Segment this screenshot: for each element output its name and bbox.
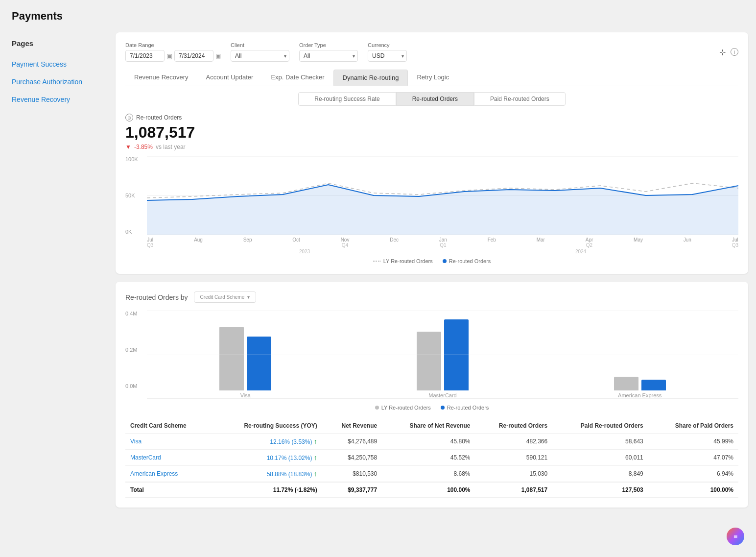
year-labels: 2023 2024 <box>147 249 738 254</box>
mastercard-rerouted: 590,121 <box>475 450 553 466</box>
chevron-down-icon: ▾ <box>247 294 250 300</box>
chart-svg-wrapper: JulQ3 Aug Sep Oct NovQ4 Dec JanQ1 Feb Ma… <box>147 156 738 254</box>
sidebar-item-payment-success[interactable]: Payment Success <box>0 55 108 73</box>
date-end-calendar-icon: ▣ <box>215 52 221 59</box>
line-chart-svg <box>147 156 738 235</box>
change-vs-text: vs last year <box>156 144 186 150</box>
tab-revenue-recovery[interactable]: Revenue Recovery <box>125 70 197 86</box>
client-label: Client <box>231 42 289 48</box>
year-2024: 2024 <box>575 249 586 254</box>
bar-legend-ly: LY Re-routed Orders <box>375 405 431 411</box>
mastercard-paid-rerouted: 60,011 <box>552 450 648 466</box>
date-start-input[interactable] <box>125 50 165 62</box>
amex-ly-bar <box>614 377 638 390</box>
bar-legend-ly-label: LY Re-routed Orders <box>381 405 431 411</box>
order-type-label: Order Type <box>299 42 358 48</box>
date-range-filter: Date Range ▣ ▣ <box>125 42 221 62</box>
mastercard-scheme: MasterCard <box>125 450 213 466</box>
legend-current: Re-routed Orders <box>443 258 491 264</box>
bar-legend-current-label: Re-routed Orders <box>447 405 489 411</box>
total-share-paid: 100.00% <box>648 482 738 498</box>
amex-share-net: 8.68% <box>382 466 475 483</box>
svg-marker-3 <box>147 185 738 235</box>
legend-ly: LY Re-routed Orders <box>373 258 433 264</box>
amex-bar-label: American Express <box>618 392 662 398</box>
bar-group-amex: American Express <box>541 312 738 398</box>
info-icon[interactable]: i <box>731 48 738 56</box>
x-axis-labels: JulQ3 Aug Sep Oct NovQ4 Dec JanQ1 Feb Ma… <box>147 237 738 248</box>
filter-icon[interactable]: ⊹ <box>719 48 726 57</box>
y-label-100k: 100K <box>125 156 147 162</box>
total-label: Total <box>125 482 213 498</box>
main-content: Date Range ▣ ▣ Client All <box>108 27 756 557</box>
bar-chart-header: Re-routed Orders by Credit Card Scheme ▾ <box>125 291 738 303</box>
tab-exp-date-checker[interactable]: Exp. Date Checker <box>262 70 333 86</box>
mastercard-net-revenue: $4,250,758 <box>322 450 382 466</box>
currency-select[interactable]: USD <box>368 50 407 62</box>
amex-current-bar <box>641 380 666 390</box>
visa-scheme: Visa <box>125 434 213 450</box>
total-rerouted: 1,087,517 <box>475 482 553 498</box>
bar-chart-card: Re-routed Orders by Credit Card Scheme ▾… <box>116 282 748 508</box>
year-2023: 2023 <box>299 249 310 254</box>
tab-retry-logic[interactable]: Retry Logic <box>408 70 458 86</box>
bar-legend-current-dot <box>441 406 445 410</box>
metric-info-icon[interactable]: ⊙ <box>125 114 133 121</box>
floating-action-button[interactable]: ≡ <box>727 528 744 545</box>
tab-account-updater[interactable]: Account Updater <box>197 70 262 86</box>
bar-legend-current: Re-routed Orders <box>441 405 489 411</box>
sub-tab-rerouted-orders[interactable]: Re-routed Orders <box>396 92 474 106</box>
sidebar-item-purchase-authorization[interactable]: Purchase Authorization <box>0 73 108 91</box>
bar-y-02m: 0.2M <box>125 347 147 353</box>
total-share-net: 100.00% <box>382 482 475 498</box>
bar-chart-wrapper: 0.4M 0.2M 0.0M <box>125 311 738 399</box>
client-select[interactable]: All <box>231 50 289 62</box>
visa-ly-bar <box>219 327 244 390</box>
visa-success: 12.16% (3.53%) ↑ <box>213 434 322 450</box>
total-row: Total 11.72% (-1.82%) $9,337,777 100.00%… <box>125 482 738 498</box>
currency-label: Currency <box>368 42 407 48</box>
visa-bar-label: Visa <box>240 392 251 398</box>
legend-current-label: Re-routed Orders <box>449 258 491 264</box>
line-chart-legend: LY Re-routed Orders Re-routed Orders <box>125 258 738 264</box>
mastercard-current-bar <box>444 319 469 390</box>
table-row: Visa 12.16% (3.53%) ↑ $4,276,489 45.80% … <box>125 434 738 450</box>
filter-icons: ⊹ i <box>719 48 738 57</box>
sidebar: Pages Payment Success Purchase Authoriza… <box>0 27 108 557</box>
table-row: MasterCard 10.17% (13.02%) ↑ $4,250,758 … <box>125 450 738 466</box>
sub-tab-success-rate[interactable]: Re-routing Success Rate <box>298 92 396 106</box>
col-header-share-net: Share of Net Revenue <box>382 418 475 434</box>
date-separator: ▣ <box>166 52 172 60</box>
col-header-net-revenue: Net Revenue <box>322 418 382 434</box>
legend-current-dot <box>443 259 447 263</box>
app-title: Payments <box>0 0 756 27</box>
sidebar-heading: Pages <box>0 35 108 55</box>
tab-dynamic-rerouting[interactable]: Dynamic Re-routing <box>333 70 408 86</box>
mastercard-ly-bar <box>417 332 441 390</box>
amex-net-revenue: $810,530 <box>322 466 382 483</box>
bars-area: Visa MasterCard <box>147 311 738 399</box>
col-header-share-paid: Share of Paid Orders <box>648 418 738 434</box>
bar-group-visa: Visa <box>147 312 344 398</box>
order-type-select[interactable]: All <box>299 50 358 62</box>
bar-y-00m: 0.0M <box>125 383 147 389</box>
visa-share-paid: 45.99% <box>648 434 738 450</box>
mastercard-bar-label: MasterCard <box>428 392 456 398</box>
amex-scheme: American Express <box>125 466 213 483</box>
line-chart-container: 100K 50K 0K <box>125 156 738 254</box>
amex-success: 58.88% (18.83%) ↑ <box>213 466 322 483</box>
date-end-input[interactable] <box>174 50 213 62</box>
sidebar-item-revenue-recovery[interactable]: Revenue Recovery <box>0 91 108 108</box>
visa-net-revenue: $4,276,489 <box>322 434 382 450</box>
sub-tab-paid-rerouted[interactable]: Paid Re-routed Orders <box>474 92 566 106</box>
change-value: -3.85% <box>134 144 153 150</box>
bar-chart-legend: LY Re-routed Orders Re-routed Orders <box>125 405 738 411</box>
table-row: American Express 58.88% (18.83%) ↑ $810,… <box>125 466 738 483</box>
total-success: 11.72% (-1.82%) <box>213 482 322 498</box>
visa-share-net: 45.80% <box>382 434 475 450</box>
bar-chart-title: Re-routed Orders by <box>125 293 188 301</box>
mastercard-share-paid: 47.07% <box>648 450 738 466</box>
credit-card-scheme-dropdown[interactable]: Credit Card Scheme ▾ <box>194 291 257 303</box>
change-arrow-down: ▼ <box>125 144 131 150</box>
total-net-revenue: $9,337,777 <box>322 482 382 498</box>
